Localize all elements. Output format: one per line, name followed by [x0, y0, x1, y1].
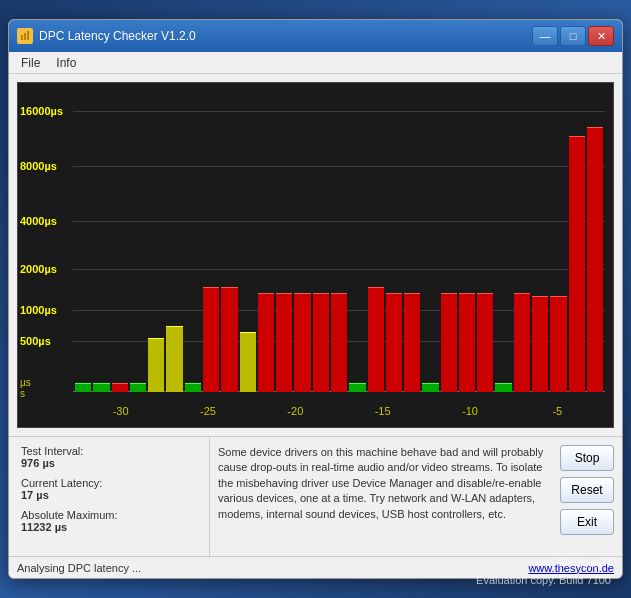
bar-29: [587, 127, 603, 392]
current-latency-label: Current Latency:: [21, 477, 197, 489]
x-label-5: -5: [514, 405, 601, 417]
bar-15: [331, 293, 347, 392]
absolute-max-row: Absolute Maximum: 11232 µs: [21, 509, 197, 533]
menu-bar: File Info: [9, 52, 622, 74]
bar-20: [422, 383, 438, 392]
current-latency-value: 17 µs: [21, 489, 197, 501]
bar-26: [532, 296, 548, 392]
bar-18: [386, 293, 402, 392]
watermark-line1: Windows 7: [476, 555, 611, 572]
bar-10: [240, 332, 256, 392]
bar-24: [495, 383, 511, 392]
bar-21: [441, 293, 457, 392]
bar-6: [166, 326, 182, 392]
exit-button[interactable]: Exit: [560, 509, 614, 535]
message-panel: Some device drivers on this machine beha…: [209, 437, 552, 556]
bar-1: [75, 383, 91, 392]
y-label-8000: 8000µs: [20, 160, 57, 172]
bar-14: [313, 293, 329, 392]
maximize-button[interactable]: □: [560, 26, 586, 46]
bar-13: [294, 293, 310, 392]
x-label-30: -30: [77, 405, 164, 417]
bar-16: [349, 383, 365, 392]
app-icon: [17, 28, 33, 44]
y-label-500: 500µs: [20, 335, 51, 347]
bar-3: [112, 383, 128, 392]
bar-11: [258, 293, 274, 392]
reset-button[interactable]: Reset: [560, 477, 614, 503]
unit-label: µs s: [20, 377, 31, 399]
buttons-panel: Stop Reset Exit: [552, 437, 622, 556]
bar-5: [148, 338, 164, 392]
bar-19: [404, 293, 420, 392]
menu-file[interactable]: File: [13, 54, 48, 72]
bar-9: [221, 287, 237, 392]
test-interval-label: Test Interval:: [21, 445, 197, 457]
svg-rect-3: [27, 31, 29, 40]
title-bar: DPC Latency Checker V1.2.0 — □ ✕: [9, 20, 622, 52]
title-bar-controls: — □ ✕: [532, 26, 614, 46]
absolute-max-label: Absolute Maximum:: [21, 509, 197, 521]
x-axis-labels: -30 -25 -20 -15 -10 -5: [73, 405, 605, 417]
y-label-4000: 4000µs: [20, 215, 57, 227]
y-label-16000: 16000µs: [20, 105, 63, 117]
message-text: Some device drivers on this machine beha…: [218, 446, 543, 520]
bar-12: [276, 293, 292, 392]
y-label-2000: 2000µs: [20, 263, 57, 275]
bar-23: [477, 293, 493, 392]
minimize-button[interactable]: —: [532, 26, 558, 46]
current-latency-row: Current Latency: 17 µs: [21, 477, 197, 501]
main-window: DPC Latency Checker V1.2.0 — □ ✕ File In…: [8, 19, 623, 579]
bottom-panel: Test Interval: 976 µs Current Latency: 1…: [9, 436, 622, 556]
svg-rect-2: [24, 33, 26, 40]
bar-28: [569, 136, 585, 392]
windows-watermark: Windows 7 Evaluation copy. Build 7100: [476, 555, 611, 588]
bar-22: [459, 293, 475, 392]
absolute-max-value: 11232 µs: [21, 521, 197, 533]
test-interval-row: Test Interval: 976 µs: [21, 445, 197, 469]
y-label-1000: 1000µs: [20, 304, 57, 316]
window-title: DPC Latency Checker V1.2.0: [39, 29, 532, 43]
bar-4: [130, 383, 146, 392]
svg-rect-1: [21, 35, 23, 40]
chart-area: 16000µs 8000µs 4000µs 2000µs 1000µs 500µ…: [17, 82, 614, 428]
bar-25: [514, 293, 530, 392]
x-label-10: -10: [426, 405, 513, 417]
bar-2: [93, 383, 109, 392]
x-label-20: -20: [252, 405, 339, 417]
bar-17: [368, 287, 384, 392]
watermark-line2: Evaluation copy. Build 7100: [476, 572, 611, 589]
menu-info[interactable]: Info: [48, 54, 84, 72]
stop-button[interactable]: Stop: [560, 445, 614, 471]
chart-bars: [73, 91, 605, 392]
x-label-15: -15: [339, 405, 426, 417]
bar-8: [203, 287, 219, 392]
bar-27: [550, 296, 566, 392]
stats-panel: Test Interval: 976 µs Current Latency: 1…: [9, 437, 209, 556]
status-text: Analysing DPC latency ...: [17, 562, 141, 574]
x-label-25: -25: [164, 405, 251, 417]
test-interval-value: 976 µs: [21, 457, 197, 469]
bar-7: [185, 383, 201, 392]
close-button[interactable]: ✕: [588, 26, 614, 46]
